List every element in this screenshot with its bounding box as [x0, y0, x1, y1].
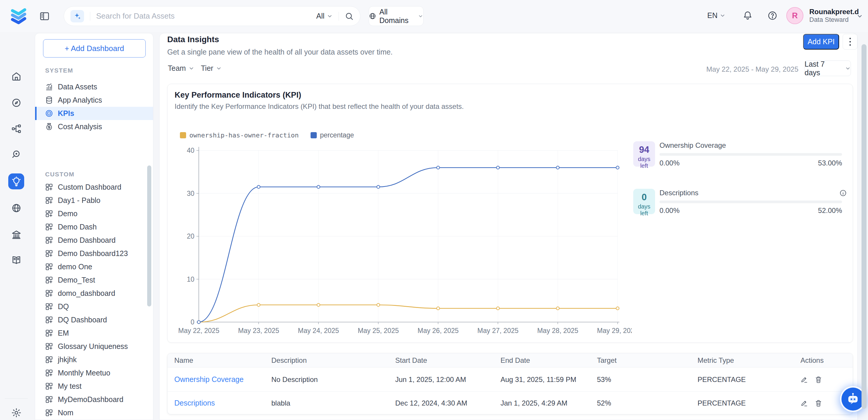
tier-filter-dropdown[interactable]: Tier	[201, 64, 222, 72]
search-icon[interactable]	[345, 12, 353, 21]
rail-item-explore[interactable]	[8, 95, 24, 111]
sidebar-item-cost-analysis[interactable]: Cost Analysis	[35, 120, 153, 133]
sidebar-item-mydemodashboard[interactable]: MyDemoDashboard	[35, 393, 153, 406]
sidebar-item-demo-dashboard123[interactable]: Demo Dashboard123	[35, 247, 153, 260]
database-icon	[45, 96, 53, 104]
sidebar-item-em[interactable]: EM	[35, 327, 153, 340]
kpi-table: NameDescriptionStart DateEnd DateTargetM…	[167, 353, 853, 414]
sidebar-item-demo-test[interactable]: Demo_Test	[35, 273, 153, 287]
rail-item-governance[interactable]	[8, 227, 24, 242]
bank-icon	[11, 230, 22, 240]
domains-label: All Domains	[379, 8, 415, 25]
rail-item-settings[interactable]	[8, 404, 24, 420]
sidebar-item-custom-dashboard[interactable]: Custom Dashboard	[35, 181, 153, 194]
chatbot-button[interactable]	[841, 388, 864, 411]
sidebar-item-kpis[interactable]: KPIs	[35, 107, 153, 120]
tier-filter-label: Tier	[201, 64, 213, 72]
page-scrollbar[interactable]	[862, 44, 867, 409]
page-subtitle: Get a single pane view of the health of …	[167, 48, 393, 56]
chevron-down-icon	[845, 65, 850, 71]
sidebar-item-dq-dashboard[interactable]: DQ Dashboard	[35, 313, 153, 327]
sidebar-item-my-test[interactable]: My test	[35, 380, 153, 393]
delete-icon[interactable]	[815, 399, 822, 407]
add-kpi-button[interactable]: Add KPI	[803, 34, 839, 50]
avatar-initial: R	[792, 11, 798, 20]
user-menu-chevron-icon[interactable]	[857, 13, 863, 20]
global-search[interactable]: Search for Data Assets All	[64, 6, 361, 26]
rail-item-lineage[interactable]	[8, 121, 24, 137]
sidebar-item-jhkjhk[interactable]: jhkjhk	[35, 353, 153, 366]
table-body: Ownership Coverage No Description Jun 1,…	[167, 367, 852, 414]
legend-item-ownership-has-owner-fraction[interactable]: ownership-has-owner-fraction	[180, 131, 299, 139]
days-left-value: 94	[633, 145, 655, 155]
legend-swatch	[311, 132, 317, 138]
sidebar-item-label: DQ	[58, 302, 69, 311]
kpi-card-title: Descriptions	[659, 189, 699, 197]
sidebar-item-day1-pablo[interactable]: Day1 - Pablo	[35, 194, 153, 207]
edit-icon[interactable]	[801, 399, 808, 407]
legend-label: percentage	[320, 131, 354, 139]
rail-item-discover[interactable]	[8, 146, 24, 162]
sidebar-item-nom[interactable]: Nom	[35, 406, 153, 419]
search-scope-dropdown[interactable]: All	[316, 12, 333, 20]
sidebar-item-demo[interactable]: Demo	[35, 207, 153, 220]
dashadd-icon	[45, 302, 53, 311]
sidebar-item-demo-one[interactable]: demo One	[35, 260, 153, 273]
chevron-down-icon	[188, 65, 194, 71]
cell-description: No Description	[271, 376, 395, 384]
dashboards-sidebar: + Add Dashboard SYSTEM Data AssetsApp An…	[35, 33, 153, 420]
language-label: EN	[707, 11, 718, 20]
svg-text:40: 40	[187, 147, 194, 154]
kpi-target-value: 53.00%	[659, 159, 842, 167]
delete-icon[interactable]	[815, 376, 822, 384]
rail-item-web[interactable]	[8, 200, 24, 216]
dashadd-icon	[45, 289, 53, 298]
app-logo-icon[interactable]	[9, 6, 28, 25]
range-selector-dropdown[interactable]: Last 7 days	[804, 60, 851, 76]
info-icon[interactable]	[839, 189, 847, 197]
sidebar-item-label: Cost Analysis	[58, 122, 102, 131]
home-icon	[11, 71, 22, 82]
rail-item-insights[interactable]	[8, 173, 24, 189]
sidebar-scrollbar[interactable]	[147, 166, 151, 306]
rail-item-glossary[interactable]	[8, 252, 24, 268]
legend-item-percentage[interactable]: percentage	[311, 131, 354, 139]
sidebar-item-label: Glossary Uniqueness	[58, 342, 128, 351]
kpi-name-link[interactable]: Descriptions	[174, 399, 271, 407]
notifications-bell-icon[interactable]	[743, 11, 753, 21]
search-input[interactable]: Search for Data Assets	[96, 11, 316, 21]
sidebar-item-data-assets[interactable]: Data Assets	[35, 80, 153, 93]
sidebar-item-label: EM	[58, 329, 69, 337]
sidebar-item-app-analytics[interactable]: App Analytics	[35, 93, 153, 107]
cell-description: blabla	[271, 399, 395, 407]
user-menu[interactable]: Rounakpreet.d Data Steward	[809, 7, 859, 24]
rail-item-home[interactable]	[8, 68, 24, 84]
domains-dropdown[interactable]: All Domains	[369, 6, 424, 26]
cell-actions	[801, 376, 852, 384]
edit-icon[interactable]	[801, 376, 808, 384]
sidebar-item-glossary-uniqueness[interactable]: Glossary Uniqueness	[35, 340, 153, 353]
sidebar-item-demo-dashboard[interactable]: Demo Dashboard	[35, 234, 153, 247]
team-filter-dropdown[interactable]: Team	[168, 64, 194, 72]
sidebar-toggle-icon[interactable]	[39, 11, 50, 22]
sidebar-item-demo-dash[interactable]: Demo Dash	[35, 220, 153, 234]
help-icon[interactable]	[768, 11, 777, 21]
sidebar-item-dq[interactable]: DQ	[35, 300, 153, 313]
sidebar-item-monthly-meetuo[interactable]: Monthly Meetuo	[35, 366, 153, 380]
kpi-card-ownership-coverage: 94 days left Ownership Coverage 0.00% 53…	[633, 141, 849, 170]
user-avatar[interactable]: R	[786, 7, 803, 24]
svg-text:May 27, 2025: May 27, 2025	[477, 327, 519, 334]
chart-icon	[45, 83, 53, 91]
cell-metric-type: PERCENTAGE	[698, 376, 801, 384]
discover-icon	[11, 149, 22, 159]
kpi-name-link[interactable]: Ownership Coverage	[174, 375, 271, 384]
search-divider	[339, 12, 339, 21]
kpi-line-chart[interactable]: 010203040May 22, 2025May 23, 2025May 24,…	[175, 145, 632, 336]
sidebar-item-domo-dashboard[interactable]: domo_dashboard	[35, 287, 153, 300]
language-selector[interactable]: EN	[707, 11, 725, 20]
date-range-text: May 22, 2025 - May 29, 2025	[663, 65, 798, 73]
dashadd-icon	[45, 409, 53, 417]
ai-sparkle-icon[interactable]	[70, 10, 84, 22]
add-dashboard-button[interactable]: + Add Dashboard	[43, 39, 146, 58]
more-options-button[interactable]	[843, 34, 857, 50]
